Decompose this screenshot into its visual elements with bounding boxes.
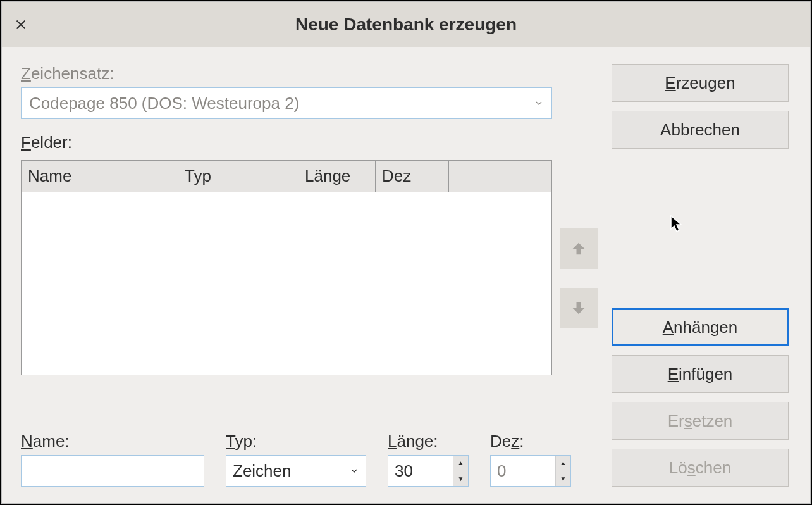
col-header-name[interactable]: Name xyxy=(22,161,178,192)
fields-table[interactable]: Name Typ Länge Dez xyxy=(21,160,552,375)
laenge-spinner[interactable]: 30 ▲ ▼ xyxy=(388,455,469,487)
dez-decrement[interactable]: ▼ xyxy=(556,471,570,487)
name-label: Name: xyxy=(21,432,204,451)
table-body[interactable] xyxy=(22,192,551,375)
col-header-typ[interactable]: Typ xyxy=(178,161,298,192)
table-header: Name Typ Länge Dez xyxy=(22,161,551,192)
charset-label: Zeichensatz: xyxy=(21,64,603,84)
dez-spinner[interactable]: 0 ▲ ▼ xyxy=(490,455,571,487)
window-title: Neue Datenbank erzeugen xyxy=(295,15,517,35)
col-header-dez[interactable]: Dez xyxy=(376,161,449,192)
dez-value[interactable]: 0 xyxy=(491,456,555,486)
dez-label: Dez: xyxy=(490,432,571,451)
arrow-up-icon xyxy=(570,240,587,258)
charset-value: Codepage 850 (DOS: Westeuropa 2) xyxy=(29,94,299,113)
col-header-extra xyxy=(449,161,551,192)
charset-combo[interactable]: Codepage 850 (DOS: Westeuropa 2) xyxy=(21,87,552,119)
replace-button[interactable]: Ersetzen xyxy=(612,402,789,440)
close-icon[interactable] xyxy=(12,16,30,34)
arrow-down-icon xyxy=(570,299,587,317)
append-button[interactable]: Anhängen xyxy=(612,308,789,346)
titlebar: Neue Datenbank erzeugen xyxy=(2,2,810,47)
laenge-increment[interactable]: ▲ xyxy=(453,456,468,471)
dez-increment[interactable]: ▲ xyxy=(556,456,570,471)
fields-label: Felder: xyxy=(21,133,603,153)
cancel-button[interactable]: Abbrechen xyxy=(612,111,789,149)
typ-label: Typ: xyxy=(226,432,366,451)
chevron-down-icon xyxy=(349,466,359,476)
create-button[interactable]: Erzeugen xyxy=(612,64,789,102)
chevron-down-icon xyxy=(534,98,544,108)
laenge-label: Länge: xyxy=(388,432,469,451)
name-input[interactable] xyxy=(21,455,204,487)
col-header-laenge[interactable]: Länge xyxy=(298,161,376,192)
insert-button[interactable]: Einfügen xyxy=(612,355,789,393)
move-up-button[interactable] xyxy=(560,228,598,269)
typ-combo[interactable]: Zeichen xyxy=(226,455,366,487)
delete-button[interactable]: Löschen xyxy=(612,449,789,487)
move-down-button[interactable] xyxy=(560,288,598,328)
laenge-value[interactable]: 30 xyxy=(388,456,453,486)
typ-value: Zeichen xyxy=(233,461,292,481)
laenge-decrement[interactable]: ▼ xyxy=(453,471,468,487)
